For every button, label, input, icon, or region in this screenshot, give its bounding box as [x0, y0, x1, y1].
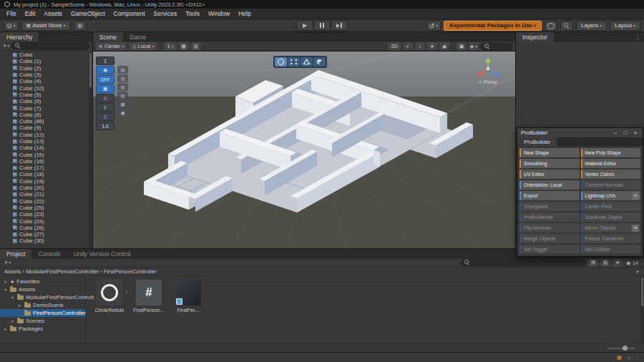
probuilder-action-button[interactable]: Set Collider + [581, 245, 641, 254]
hierarchy-item[interactable]: Cube [0, 52, 92, 58]
probuilder-action-button[interactable]: Center Pivot + [581, 202, 641, 211]
tool-pivot-dropdown[interactable]: ⊕Center▾ [96, 42, 127, 50]
progrids-button[interactable]: ◉ [96, 66, 114, 74]
layout-dropdown[interactable]: Layout▾ [610, 21, 640, 31]
hierarchy-item[interactable]: Cube (26) [0, 225, 92, 231]
probuilder-action-button[interactable]: New Poly Shape + [581, 148, 641, 157]
probuilder-action-button[interactable]: UV Editor + [519, 170, 580, 179]
asset-store-button[interactable]: ▦Asset Store▾ [21, 21, 71, 31]
scene-orientation-gizmo[interactable]: < Persp [472, 57, 504, 85]
favorite-toggle-icon[interactable]: ★ [635, 269, 640, 275]
hierarchy-item[interactable]: Cube (4) [0, 78, 92, 84]
project-tab[interactable]: Project [0, 249, 31, 258]
search-by-label-button[interactable]: ▧ [600, 259, 610, 267]
options-plus-icon[interactable]: + [632, 225, 639, 232]
hierarchy-item[interactable]: Cube (13) [0, 138, 92, 145]
minimize-button[interactable]: – [612, 129, 619, 136]
menu-item[interactable]: Tools [181, 9, 204, 19]
project-tree-item[interactable]: ▾ ★ ModularFirstPersonControll [0, 293, 85, 301]
asset-thumbnail[interactable]: # › [136, 280, 162, 305]
progrids-menu-button[interactable]: ▩ [117, 100, 128, 108]
project-tab[interactable]: Console [31, 249, 67, 258]
hierarchy-scrollbar[interactable] [89, 52, 92, 248]
persp-toggle-icon[interactable]: < [479, 79, 482, 85]
hierarchy-item[interactable]: Cube (14) [0, 145, 92, 151]
progrids-button[interactable]: X [96, 94, 114, 102]
lighting-toggle[interactable]: ◐ [403, 42, 413, 50]
progrids-menu-button[interactable]: ▧ [117, 83, 128, 91]
progrids-button[interactable]: ▦ [96, 84, 114, 93]
package-status-icon[interactable]: ▣ [617, 354, 623, 361]
options-plus-icon[interactable]: + [632, 192, 639, 200]
hierarchy-item[interactable]: Cube (21) [0, 191, 92, 197]
probuilder-action-button[interactable]: Flip Normals + [519, 223, 580, 233]
cache-status-icon[interactable]: ⌂ [627, 354, 630, 361]
camera-settings-button[interactable]: ▣ [457, 42, 467, 50]
project-tree-item[interactable]: ▸ ★ Packages [0, 325, 85, 333]
hierarchy-item[interactable]: Cube (30) [0, 238, 92, 244]
hidden-items-count[interactable]: ◉14 [625, 260, 640, 266]
hierarchy-item[interactable]: Cube (24) [0, 217, 92, 224]
account-button[interactable]: ⊙▾ [4, 21, 19, 31]
scene-viewport[interactable]: 1 ◉ OFF ▦ X Y Z 1.0 ▤ [93, 52, 515, 248]
audio-toggle[interactable]: ♪ [415, 42, 425, 50]
tab-hierarchy[interactable]: Hierarchy [0, 32, 39, 41]
hierarchy-item[interactable]: Cube (2) [0, 65, 92, 72]
menu-item[interactable]: Assets [39, 9, 67, 19]
probuilder-action-button[interactable]: Vertex Colors + [581, 170, 641, 179]
hierarchy-item[interactable]: Cube (86) [0, 118, 92, 124]
face-mode-button[interactable] [313, 57, 326, 67]
probuilder-action-button[interactable]: Merge Objects + [519, 234, 580, 243]
probuilder-action-button[interactable]: Subdivide Object + [581, 212, 641, 222]
progrids-menu-button[interactable]: ▨ [117, 92, 128, 99]
hierarchy-item[interactable]: Cube (5) [0, 92, 92, 98]
hierarchy-item[interactable]: Cube (18) [0, 171, 92, 177]
progrids-button[interactable]: 1.0 [96, 122, 114, 130]
asset-item[interactable]: # › CircleReticle [93, 280, 126, 313]
close-button[interactable]: × [632, 129, 639, 136]
progrids-menu-button[interactable]: ▥ [117, 74, 128, 82]
hierarchy-item[interactable]: Cube (3) [0, 72, 92, 78]
create-asset-button[interactable]: +▾ [4, 259, 11, 266]
search-by-type-button[interactable]: ▤ [588, 259, 598, 267]
tree-caret-icon[interactable]: ▸ [17, 303, 22, 308]
scrollbar-thumb[interactable] [89, 53, 92, 87]
hierarchy-item[interactable]: Cube (15) [0, 151, 92, 157]
probuilder-action-button[interactable]: Export + [519, 191, 580, 200]
project-tree-item[interactable]: ▾ ★ Favorites [0, 278, 85, 285]
probuilder-action-button[interactable]: Conform Normals + [581, 180, 641, 190]
tree-caret-icon[interactable]: ▾ [10, 295, 15, 300]
global-search-button[interactable] [560, 21, 573, 31]
menu-item[interactable]: Services [150, 9, 182, 19]
menu-item[interactable]: GameObject [67, 9, 109, 19]
progrids-menu-button[interactable]: ▤ [117, 66, 128, 74]
probuilder-action-button[interactable]: Material Editor + [581, 159, 641, 168]
project-search-input[interactable] [472, 260, 582, 266]
probuilder-action-button[interactable]: Mirror Objects + [581, 223, 641, 233]
probuilder-action-button[interactable]: Set Trigger + [519, 245, 580, 254]
2d-toggle[interactable]: 2D [388, 42, 401, 50]
snap-settings-button[interactable]: ▥ [191, 42, 201, 50]
slider-track[interactable] [607, 348, 635, 349]
inspector-menu-icon[interactable]: ⋮ [631, 32, 644, 41]
slider-knob[interactable] [623, 346, 628, 351]
project-scrollbar[interactable] [640, 276, 644, 343]
step-button[interactable] [331, 20, 348, 31]
experimental-packages-button[interactable]: Experimental Packages In Use▾ [444, 21, 542, 31]
progrids-button[interactable]: Z [96, 112, 114, 121]
hierarchy-item[interactable]: Cube (1) [0, 58, 92, 64]
vertex-mode-button[interactable] [288, 57, 300, 67]
probuilder-action-button[interactable]: Triangulate + [519, 202, 580, 211]
project-tree-item[interactable]: ▸ ★ DemoScene [0, 301, 85, 309]
services-settings-button[interactable]: ⊛ [74, 21, 87, 31]
grid-visibility-button[interactable]: ▦ [179, 42, 189, 50]
effects-toggle[interactable]: ★ [427, 42, 437, 50]
hierarchy-item[interactable]: Cube (9) [0, 124, 92, 131]
hierarchy-item[interactable]: Cube (10) [0, 84, 92, 91]
menu-item[interactable]: Window [204, 9, 234, 19]
layers-dropdown[interactable]: Layers▾ [576, 21, 607, 31]
scene-search[interactable] [481, 43, 512, 50]
probuilder-action-button[interactable]: Orientation: Local + [519, 180, 580, 190]
project-tree-item[interactable]: ▾ ★ Assets [0, 285, 85, 293]
project-tree-item[interactable]: ★ FirstPersonController [0, 309, 85, 317]
